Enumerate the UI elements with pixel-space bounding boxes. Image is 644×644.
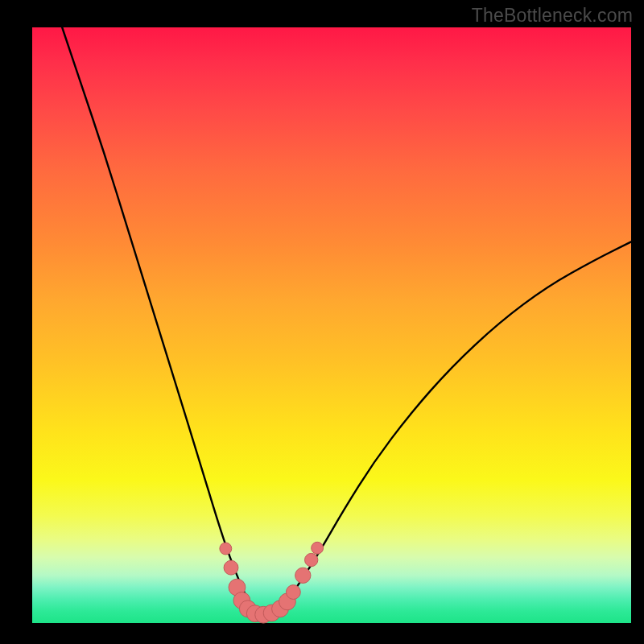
chart-plot-area [32,27,631,623]
curve-marker [286,585,300,600]
curve-marker [305,553,318,566]
bottleneck-curve-path [62,27,631,614]
curve-marker [224,560,238,575]
bottleneck-curve-svg [32,27,631,623]
curve-marker [295,568,311,583]
watermark-text: TheBottleneck.com [472,5,633,27]
curve-marker [312,542,324,554]
marker-group [220,542,324,623]
curve-marker [220,543,232,555]
